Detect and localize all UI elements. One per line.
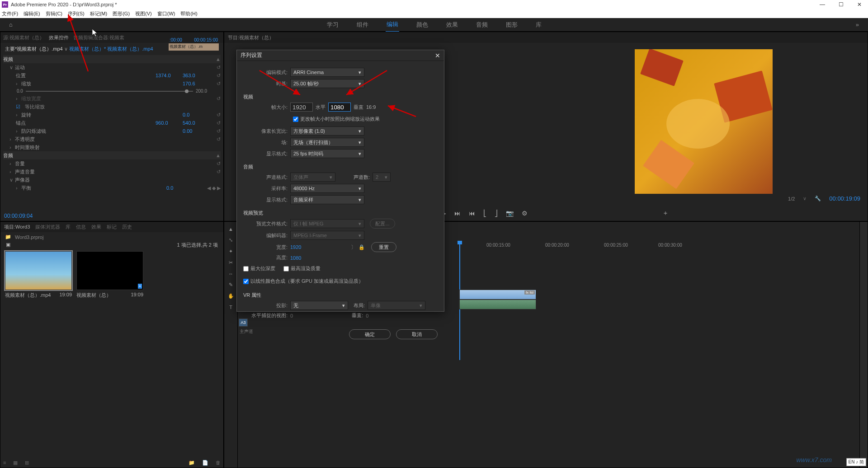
step-fwd-button[interactable]: ⏭ (454, 210, 461, 217)
export-frame-button[interactable]: 📷 (506, 210, 514, 217)
timebase-select[interactable]: 25.00 帧/秒▾ (290, 79, 364, 88)
menu-sequence[interactable]: 序列(S) (68, 10, 85, 17)
fx-channel-volume[interactable]: 声道音量 (15, 168, 210, 175)
program-timecode[interactable]: 00:00:19:09 (829, 195, 860, 202)
bin-icon[interactable]: ▣ (6, 242, 10, 248)
disp-fmt-select[interactable]: 25 fps 时间码▾ (290, 149, 364, 158)
scale-motion-checkbox[interactable]: 更改帧大小时按照比例缩放运动效果 (293, 116, 380, 122)
scale-slider[interactable] (26, 91, 193, 92)
ws-learn[interactable]: 学习 (326, 18, 340, 32)
menu-graphics[interactable]: 图形(G) (113, 10, 130, 17)
ws-editing[interactable]: 编辑 (386, 18, 399, 32)
maximize-button[interactable]: ☐ (839, 1, 844, 8)
rot-val[interactable]: 0.0 (183, 112, 210, 117)
ok-button[interactable]: 确定 (349, 329, 391, 339)
program-viewport[interactable] (635, 49, 773, 194)
new-bin-icon[interactable]: 📁 (189, 460, 195, 466)
ws-libraries[interactable]: 库 (535, 18, 542, 32)
program-tab[interactable]: 节目:视频素材（总） (228, 34, 274, 41)
fx-volume[interactable]: 音量 (15, 160, 210, 167)
a-disp-fmt-select[interactable]: 音频采样▾ (290, 195, 364, 204)
step-back-button[interactable]: ⏮ (469, 210, 475, 217)
slip-tool[interactable]: ↔ (228, 271, 233, 276)
menu-window[interactable]: 窗口(W) (157, 10, 175, 17)
timeline-ruler[interactable]: 00:00:15:00 00:00:20:00 00:00:25:00 00:0… (459, 243, 850, 251)
tab-effect-controls[interactable]: 效果控件 (49, 34, 69, 41)
proj-tab-info[interactable]: 信息 (76, 224, 86, 230)
add-button[interactable]: ＋ (662, 209, 669, 217)
fx-opacity[interactable]: 不透明度 (15, 136, 210, 143)
ime-indicator[interactable]: EN ♪ 简 (846, 458, 866, 466)
pv-width[interactable]: 1920 (290, 244, 301, 250)
fx-timeremap[interactable]: 时间重映射 (15, 144, 221, 151)
lock-icon[interactable]: 🔒 (359, 244, 365, 250)
close-button[interactable]: ✕ (857, 1, 862, 8)
pos-x[interactable]: 1374.0 (156, 73, 183, 78)
mini-clip[interactable]: 视频素材（总）.m (169, 43, 219, 51)
ws-graphics[interactable]: 图形 (505, 18, 519, 32)
ws-color[interactable]: 颜色 (415, 18, 429, 32)
razor-tool[interactable]: ✂ (229, 260, 233, 266)
hand-tool[interactable]: ✋ (228, 293, 234, 299)
cancel-button[interactable]: 取消 (396, 329, 438, 339)
menu-clip[interactable]: 剪辑(C) (46, 10, 62, 17)
ws-assembly[interactable]: 组件 (356, 18, 369, 32)
ws-effects[interactable]: 效果 (445, 18, 459, 32)
new-item-icon[interactable]: 📄 (202, 460, 208, 466)
edit-mode-select[interactable]: ARRI Cinema▾ (290, 68, 364, 77)
icon-view-icon[interactable]: ▦ (13, 460, 18, 466)
tab-audio-clip-mixer[interactable]: 音频剪辑混合器:视频素 (73, 34, 124, 41)
pos-y[interactable]: 363.0 (183, 73, 210, 78)
scale-val[interactable]: 170.6 (183, 81, 210, 86)
mark-out-button[interactable]: ⎦ (495, 210, 498, 217)
mark-in-button[interactable]: ⎣ (483, 210, 486, 217)
timeline-audio-clip[interactable] (459, 300, 536, 309)
dialog-close-button[interactable]: ✕ (435, 52, 440, 59)
folder-icon[interactable]: 📁 (5, 234, 11, 240)
proj-tab-project[interactable]: 项目:Word3 (4, 224, 30, 230)
fields-select[interactable]: 无场（逐行扫描）▾ (290, 138, 364, 147)
fx-motion[interactable]: 运动 (15, 64, 210, 71)
ripple-tool[interactable]: ✦ (229, 248, 233, 254)
track-select-tool[interactable]: ⤡ (229, 237, 233, 243)
pen-tool[interactable]: ✎ (229, 282, 233, 288)
freeform-icon[interactable]: ⊞ (25, 460, 29, 466)
menu-help[interactable]: 帮助(H) (180, 10, 197, 17)
settings-button[interactable]: ⚙ (522, 210, 528, 217)
fx-uniform-scale[interactable]: 等比缩放 (25, 103, 221, 110)
timeline-video-clip[interactable]: fx ltd (459, 290, 536, 300)
clip-item[interactable]: ≡ 视频素材（总）19:09 (76, 251, 143, 299)
frame-width-input[interactable] (290, 103, 313, 112)
sample-select[interactable]: 48000 Hz▾ (290, 184, 364, 193)
tab-source[interactable]: 源:视频素材（总） (3, 34, 44, 41)
max-quality-checkbox[interactable]: 最高渲染质量 (283, 265, 321, 272)
menu-edit[interactable]: 编辑(E) (24, 10, 40, 17)
clip-item[interactable]: 视频素材（总）.mp419:09 (5, 251, 72, 299)
program-zoom[interactable]: 1/2 (788, 196, 795, 201)
anchor-y[interactable]: 540.0 (183, 120, 210, 126)
proj-tab-fx[interactable]: 效果 (91, 224, 101, 230)
list-view-icon[interactable]: ≡ (3, 460, 6, 466)
max-depth-checkbox[interactable]: 最大位深度 (243, 265, 275, 272)
proj-tab-lib[interactable]: 库 (66, 224, 71, 230)
minimize-button[interactable]: — (820, 1, 825, 8)
breadcrumb-link[interactable]: 视频素材（总）* 视频素材（总）.mp4 (69, 46, 153, 51)
par-select[interactable]: 方形像素 (1.0)▾ (290, 126, 364, 136)
selection-tool[interactable]: ▲ (228, 226, 233, 232)
link-icon[interactable]: 〕 (351, 244, 356, 251)
menu-view[interactable]: 视图(V) (135, 10, 152, 17)
linear-comp-checkbox[interactable]: 以线性颜色合成（要求 GPU 加速或最高渲染品质） (243, 278, 363, 285)
home-icon[interactable]: ⌂ (8, 19, 14, 31)
fx-panner[interactable]: 声像器 (15, 177, 221, 183)
proj-select[interactable]: 无▾ (290, 301, 348, 310)
menu-file[interactable]: 文件(F) (2, 10, 18, 17)
menu-marker[interactable]: 标记(M) (90, 10, 108, 17)
wrench-icon[interactable]: 🔧 (815, 196, 821, 201)
ws-overflow[interactable]: » (855, 19, 860, 31)
af-val[interactable]: 0.00 (183, 128, 210, 134)
bal-val[interactable]: 0.0 (166, 185, 193, 191)
type-tool[interactable]: T (229, 304, 232, 310)
proj-tab-markers[interactable]: 标记 (107, 224, 117, 230)
frame-height-input[interactable] (328, 103, 351, 112)
ws-audio[interactable]: 音频 (475, 18, 489, 32)
